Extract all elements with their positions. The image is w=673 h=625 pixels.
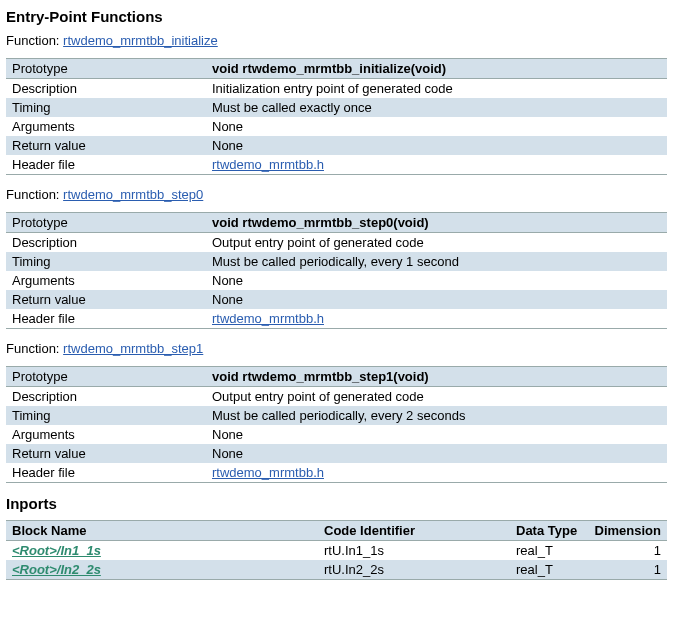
- row-label: Description: [6, 387, 206, 407]
- function-link-step1[interactable]: rtwdemo_mrmtbb_step1: [63, 341, 203, 356]
- header-file-link[interactable]: rtwdemo_mrmtbb.h: [212, 465, 324, 480]
- function-table-step1: Prototype void rtwdemo_mrmtbb_step1(void…: [6, 366, 667, 483]
- row-label: Description: [6, 79, 206, 99]
- function-label: Function:: [6, 187, 59, 202]
- function-label-line: Function: rtwdemo_mrmtbb_step0: [6, 187, 667, 202]
- row-value: rtwdemo_mrmtbb.h: [206, 309, 667, 329]
- col-code-id: Code Identifier: [318, 521, 510, 541]
- row-label: Prototype: [6, 213, 206, 233]
- col-block-name: Block Name: [6, 521, 318, 541]
- row-label: Arguments: [6, 271, 206, 290]
- cell-code: rtU.In1_1s: [318, 541, 510, 561]
- row-label: Return value: [6, 444, 206, 463]
- row-label: Timing: [6, 98, 206, 117]
- header-file-link[interactable]: rtwdemo_mrmtbb.h: [212, 311, 324, 326]
- row-label: Header file: [6, 155, 206, 175]
- row-value: Must be called periodically, every 2 sec…: [206, 406, 667, 425]
- function-label: Function:: [6, 341, 59, 356]
- row-label: Arguments: [6, 425, 206, 444]
- row-value: None: [206, 117, 667, 136]
- inport-link-in2[interactable]: <Root>/In2_2s: [12, 562, 101, 577]
- cell-code: rtU.In2_2s: [318, 560, 510, 580]
- row-value: void rtwdemo_mrmtbb_initialize(void): [206, 59, 667, 79]
- row-value: void rtwdemo_mrmtbb_step0(void): [206, 213, 667, 233]
- cell-type: real_T: [510, 541, 586, 561]
- row-label: Timing: [6, 252, 206, 271]
- row-value: None: [206, 444, 667, 463]
- inports-heading: Inports: [6, 495, 667, 512]
- row-label: Prototype: [6, 367, 206, 387]
- table-row: <Root>/In1_1s rtU.In1_1s real_T 1: [6, 541, 667, 561]
- row-label: Description: [6, 233, 206, 253]
- row-label: Prototype: [6, 59, 206, 79]
- inports-table: Block Name Code Identifier Data Type Dim…: [6, 520, 667, 580]
- row-label: Arguments: [6, 117, 206, 136]
- entry-point-functions-heading: Entry-Point Functions: [6, 8, 667, 25]
- col-data-type: Data Type: [510, 521, 586, 541]
- row-value: Initialization entry point of generated …: [206, 79, 667, 99]
- row-value: None: [206, 425, 667, 444]
- col-dimension: Dimension: [586, 521, 667, 541]
- row-label: Return value: [6, 136, 206, 155]
- cell-dim: 1: [586, 541, 667, 561]
- function-table-step0: Prototype void rtwdemo_mrmtbb_step0(void…: [6, 212, 667, 329]
- cell-dim: 1: [586, 560, 667, 580]
- row-value: None: [206, 136, 667, 155]
- row-value: rtwdemo_mrmtbb.h: [206, 463, 667, 483]
- function-label: Function:: [6, 33, 59, 48]
- row-label: Header file: [6, 463, 206, 483]
- row-label: Header file: [6, 309, 206, 329]
- row-value: void rtwdemo_mrmtbb_step1(void): [206, 367, 667, 387]
- function-table-initialize: Prototype void rtwdemo_mrmtbb_initialize…: [6, 58, 667, 175]
- table-row: <Root>/In2_2s rtU.In2_2s real_T 1: [6, 560, 667, 580]
- function-label-line: Function: rtwdemo_mrmtbb_initialize: [6, 33, 667, 48]
- header-file-link[interactable]: rtwdemo_mrmtbb.h: [212, 157, 324, 172]
- row-value: Must be called periodically, every 1 sec…: [206, 252, 667, 271]
- inport-link-in1[interactable]: <Root>/In1_1s: [12, 543, 101, 558]
- row-value: Must be called exactly once: [206, 98, 667, 117]
- function-link-initialize[interactable]: rtwdemo_mrmtbb_initialize: [63, 33, 218, 48]
- row-label: Timing: [6, 406, 206, 425]
- row-value: Output entry point of generated code: [206, 387, 667, 407]
- row-value: None: [206, 290, 667, 309]
- row-value: None: [206, 271, 667, 290]
- row-value: rtwdemo_mrmtbb.h: [206, 155, 667, 175]
- row-value: Output entry point of generated code: [206, 233, 667, 253]
- cell-type: real_T: [510, 560, 586, 580]
- function-link-step0[interactable]: rtwdemo_mrmtbb_step0: [63, 187, 203, 202]
- function-label-line: Function: rtwdemo_mrmtbb_step1: [6, 341, 667, 356]
- row-label: Return value: [6, 290, 206, 309]
